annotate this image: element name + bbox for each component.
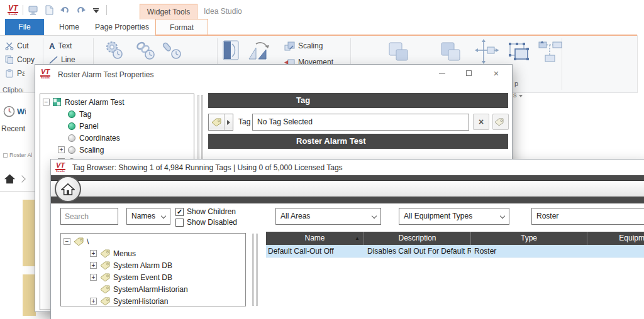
flip-mirror-icon[interactable]	[221, 39, 240, 63]
tag-picker-dropdown[interactable]	[225, 114, 233, 130]
paste-button[interactable]: Paste	[5, 68, 25, 79]
paste-icon	[5, 69, 14, 78]
browse-tag-button[interactable]	[492, 114, 509, 130]
tag-field-label: Tag	[238, 117, 250, 126]
expand-expander[interactable]: +	[90, 250, 97, 257]
gear-widget-tool-icon[interactable]	[103, 39, 126, 65]
tag-browser-title: Tag Browser: Showing 1 of 4,984 Running …	[72, 163, 343, 172]
area-filter-select[interactable]: All Areas	[275, 208, 381, 225]
redo-icon[interactable]	[75, 4, 86, 16]
tag-icon	[100, 261, 110, 270]
cut-button[interactable]: Cut	[5, 40, 29, 51]
tab-home[interactable]: Home	[50, 19, 88, 36]
tree-item-menus[interactable]: + Menus	[64, 247, 245, 259]
wrench-widget-tool-icon[interactable]	[161, 39, 185, 65]
bring-forward-icon[interactable]	[439, 40, 463, 65]
expand-expander[interactable]: +	[90, 298, 97, 305]
cut-label: Cut	[17, 41, 29, 50]
tree-item-system-alarm-db[interactable]: + System Alarm DB	[64, 259, 245, 271]
tag-browser-dialog: VTScada Tag Browser: Showing 1 of 4,984 …	[50, 159, 644, 319]
table-row-selected[interactable]: Default Call-Out Off Disables Call Out F…	[266, 245, 644, 257]
right-triangle-icon	[227, 120, 230, 125]
divider	[106, 5, 107, 15]
column-header-type[interactable]: Type	[471, 232, 587, 245]
chevron-down-icon	[500, 214, 505, 219]
send-backward-icon[interactable]	[387, 40, 411, 65]
type-filter-select[interactable]: Roster	[531, 208, 644, 225]
copy-label: Copy	[17, 55, 35, 64]
expand-expander[interactable]: +	[90, 262, 97, 269]
collapse-expander[interactable]: −	[43, 99, 50, 105]
position-move-icon[interactable]	[475, 39, 500, 66]
copy-button[interactable]: Copy	[5, 54, 35, 65]
tree-item-root[interactable]: − \	[64, 235, 245, 247]
tag-picker-button[interactable]	[208, 114, 233, 131]
tree-item-tag[interactable]: Tag	[43, 108, 194, 120]
filter-mode-select[interactable]: Names	[126, 208, 170, 225]
tree-item-systemalarmhistorian[interactable]: SystemAlarmHistorian	[64, 283, 245, 295]
scaling-button[interactable]: Scaling	[284, 40, 323, 51]
dialog-title: Roster Alarm Test Properties	[58, 70, 154, 79]
tree-item-system-event-db[interactable]: + System Event DB	[64, 271, 245, 283]
checkbox-checked[interactable]: ✓	[175, 208, 184, 216]
cell-name: Default Call-Out Off	[266, 245, 364, 257]
clear-tag-button[interactable]: ×	[473, 114, 489, 130]
tab-format[interactable]: Format	[155, 19, 208, 36]
tree-item-systemhistorian[interactable]: + SystemHistorian	[64, 295, 245, 306]
selection-handles-icon[interactable]	[506, 40, 531, 65]
breadcrumb-underline	[0, 191, 35, 192]
home-button[interactable]	[55, 176, 81, 202]
rotate-icon[interactable]	[247, 40, 272, 63]
cell-equipment	[587, 245, 644, 257]
canvas-widget-bar[interactable]	[23, 274, 36, 316]
quick-access-toolbar: VT Scada	[8, 3, 107, 18]
cell-description: Disables Call Out For Default Roster	[364, 245, 471, 257]
column-header-description[interactable]: Description	[364, 232, 471, 245]
widgets-clock-icon	[3, 105, 15, 119]
collapse-expander[interactable]: −	[64, 238, 70, 245]
vtscada-idea-studio-window: VT Scada Widget Tools Idea Studio File H…	[0, 0, 644, 319]
expand-expander[interactable]: +	[58, 146, 65, 153]
recent-item-thumbnail[interactable]: Roster Alarm Test	[3, 152, 32, 158]
sort-ascending-icon: ▲	[355, 232, 360, 245]
scissors-icon	[5, 41, 14, 50]
tree-item-panel[interactable]: Panel	[43, 120, 194, 132]
equipment-filter-select[interactable]: All Equipment Types	[399, 208, 509, 225]
customize-toolbar-icon[interactable]	[91, 4, 102, 16]
show-children-checkbox[interactable]: ✓ Show Children	[175, 207, 236, 216]
display-manager-icon[interactable]	[28, 4, 39, 16]
home-icon	[4, 173, 16, 184]
expand-expander[interactable]: +	[90, 274, 97, 281]
column-header-name[interactable]: Name ▲	[266, 232, 364, 245]
tag-icon	[100, 297, 110, 306]
search-input[interactable]	[60, 208, 118, 225]
connect-widgets-icon[interactable]	[538, 40, 564, 65]
tag-field-value[interactable]: No Tag Selected	[252, 114, 469, 131]
tab-page-properties[interactable]: Page Properties	[92, 19, 152, 36]
vtscada-logo: VTScada	[40, 68, 50, 79]
contextual-tab-widget-tools[interactable]: Widget Tools	[140, 4, 197, 19]
line-label: Line	[61, 55, 75, 64]
show-disabled-label: Show Disabled	[187, 218, 237, 227]
widgets-section-caption: Widgets	[17, 107, 26, 116]
paste-label: Paste	[17, 69, 25, 78]
tag-icon	[100, 285, 110, 294]
status-green-icon	[68, 122, 75, 130]
text-tool-button[interactable]: A Text	[49, 40, 72, 51]
column-header-equipment[interactable]: Equipment	[587, 232, 644, 245]
copy-icon	[5, 55, 14, 64]
tree-item-coordinates[interactable]: Coordinates	[43, 132, 194, 144]
new-page-icon[interactable]	[43, 4, 55, 16]
tab-file[interactable]: File	[5, 19, 44, 36]
panel-splitter[interactable]	[252, 234, 258, 306]
checkbox-unchecked[interactable]	[175, 219, 184, 227]
status-green-icon	[68, 111, 75, 118]
show-disabled-checkbox[interactable]: Show Disabled	[175, 218, 237, 227]
tree-item-roster-alarm-test[interactable]: − Roster Alarm Test	[43, 96, 194, 108]
tree-item-scaling[interactable]: + Scaling	[43, 144, 194, 156]
breadcrumb-strip[interactable]	[51, 180, 644, 197]
link-widget-tool-icon[interactable]	[134, 39, 158, 65]
undo-icon[interactable]	[59, 4, 70, 16]
canvas-widget-bar[interactable]	[23, 200, 36, 266]
page-breadcrumb[interactable]	[4, 173, 25, 184]
